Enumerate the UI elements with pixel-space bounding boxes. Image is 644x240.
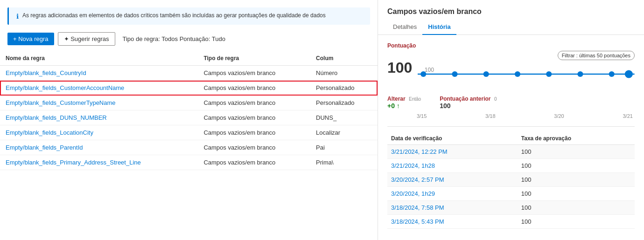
- col-header-ruletype: Tipo de regra: [198, 51, 310, 66]
- rule-col: Prima\: [310, 155, 378, 170]
- history-row: 3/21/2024, 1h28100: [387, 159, 635, 173]
- history-rate: 100: [518, 173, 635, 187]
- divider: [387, 126, 635, 127]
- filter-text: Tipo de regra: Todos Pontuação: Tudo: [123, 35, 225, 42]
- rule-type: Campos vazios/em branco: [198, 155, 310, 170]
- change-section: Alterar Então +0 ↑ Pontuação anterior 0 …: [387, 96, 635, 110]
- history-row: 3/20/2024, 1h29100: [387, 187, 635, 201]
- history-row: 3/20/2024, 2:57 PM100: [387, 173, 635, 187]
- rule-type: Campos vazios/em branco: [198, 81, 310, 96]
- zero-label: 0: [494, 96, 497, 102]
- table-row[interactable]: Empty/blank_fields_LocationCityCampos va…: [0, 125, 378, 140]
- svg-point-5: [546, 71, 552, 77]
- svg-point-7: [609, 71, 615, 77]
- svg-point-6: [578, 71, 583, 77]
- tabs-container: Detalhes História: [378, 20, 644, 35]
- svg-point-8: [625, 70, 633, 78]
- info-icon: ℹ: [16, 13, 19, 20]
- rule-col: Número: [310, 66, 378, 81]
- tab-history[interactable]: História: [422, 20, 456, 35]
- rule-type: Campos vazios/em branco: [198, 125, 310, 140]
- score-label: Pontuação: [387, 42, 635, 49]
- history-row: 3/18/2024, 7:58 PM100: [387, 201, 635, 215]
- history-row: 3/21/2024, 12:22 PM100: [387, 145, 635, 159]
- change-note: Então: [409, 96, 421, 102]
- rules-table: Nome da regra Tipo de regra Colum Empty/…: [0, 51, 378, 170]
- table-row[interactable]: Empty/blank_fields_DUNS_NUMBERCampos vaz…: [0, 110, 378, 125]
- svg-point-3: [483, 71, 489, 77]
- history-col-rate: Taxa de aprovação: [518, 132, 635, 145]
- history-rate: 100: [518, 145, 635, 159]
- table-row[interactable]: Empty/blank_fields_CustomerAccountNameCa…: [0, 81, 378, 96]
- table-row[interactable]: Empty/blank_fields_ParentIdCampos vazios…: [0, 140, 378, 155]
- history-rate: 100: [518, 215, 635, 229]
- svg-text:100: 100: [425, 67, 434, 73]
- rule-name: Empty/blank_fields_Primary_Address_Stree…: [0, 155, 198, 170]
- history-date: 3/20/2024, 2:57 PM: [387, 173, 518, 187]
- history-date: 3/18/2024, 5:43 PM: [387, 215, 518, 229]
- right-content: Pontuação Filtrar : últimas 50 pontuaçõe…: [378, 35, 644, 240]
- svg-point-4: [515, 71, 520, 77]
- col-header-col: Colum: [310, 51, 378, 66]
- rule-col: Personalizado: [310, 81, 378, 96]
- table-row[interactable]: Empty/blank_fields_Primary_Address_Stree…: [0, 155, 378, 170]
- prev-score-value: 100: [440, 102, 497, 110]
- rule-type: Campos vazios/em branco: [198, 96, 310, 110]
- score-value: 100: [387, 59, 412, 76]
- change-label: Alterar Então: [387, 96, 421, 102]
- score-section: Pontuação Filtrar : últimas 50 pontuaçõe…: [387, 42, 635, 88]
- table-row[interactable]: Empty/blank_fields_CustomerTypeNameCampo…: [0, 96, 378, 110]
- rule-col: Personalizado: [310, 96, 378, 110]
- prev-score-label: Pontuação anterior 0: [440, 96, 497, 102]
- date-labels: 3/15 3/18 3/20 3/21: [387, 113, 635, 119]
- table-row[interactable]: Empty/blank_fields_CountryIdCampos vazio…: [0, 66, 378, 81]
- svg-point-2: [452, 71, 458, 77]
- history-rate: 100: [518, 201, 635, 215]
- tab-details[interactable]: Detalhes: [387, 20, 422, 35]
- history-rate: 100: [518, 187, 635, 201]
- suggest-rules-button[interactable]: ✦ Sugerir regras: [58, 32, 115, 46]
- new-rule-button[interactable]: + Nova regra: [7, 33, 54, 45]
- col-header-name: Nome da regra: [0, 51, 198, 66]
- info-banner-text: As regras adicionadas em elementos de da…: [22, 12, 326, 19]
- history-col-date: Data de verificação: [387, 132, 518, 145]
- history-date: 3/20/2024, 1h29: [387, 187, 518, 201]
- info-banner: ℹ As regras adicionadas em elementos de …: [7, 7, 370, 25]
- right-panel: Campos vazios/em branco Detalhes Históri…: [378, 0, 644, 240]
- rule-name: Empty/blank_fields_CustomerTypeName: [0, 96, 198, 110]
- change-value: +0 ↑: [387, 102, 421, 110]
- rule-type: Campos vazios/em branco: [198, 140, 310, 155]
- chart-filter-button[interactable]: Filtrar : últimas 50 pontuações: [558, 51, 635, 60]
- rule-type: Campos vazios/em branco: [198, 66, 310, 81]
- rule-name: Empty/blank_fields_LocationCity: [0, 125, 198, 140]
- rule-type: Campos vazios/em branco: [198, 110, 310, 125]
- panel-title: Campos vazios/em branco: [378, 0, 644, 20]
- rule-name: Empty/blank_fields_ParentId: [0, 140, 198, 155]
- rule-col: Pai: [310, 140, 378, 155]
- score-chart: 100: [418, 60, 635, 88]
- history-date: 3/21/2024, 12:22 PM: [387, 145, 518, 159]
- rules-table-container: Nome da regra Tipo de regra Colum Empty/…: [0, 51, 378, 240]
- history-rate: 100: [518, 159, 635, 173]
- rule-name: Empty/blank_fields_CountryId: [0, 66, 198, 81]
- left-panel: ℹ As regras adicionadas em elementos de …: [0, 0, 378, 240]
- history-date: 3/18/2024, 7:58 PM: [387, 201, 518, 215]
- toolbar: + Nova regra ✦ Sugerir regras Tipo de re…: [0, 28, 378, 51]
- history-table: Data de verificação Taxa de aprovação 3/…: [387, 132, 635, 229]
- rule-col: DUNS_: [310, 110, 378, 125]
- chart-area: Filtrar : últimas 50 pontuações 100: [387, 51, 635, 88]
- history-row: 3/18/2024, 5:43 PM100: [387, 215, 635, 229]
- rule-name: Empty/blank_fields_DUNS_NUMBER: [0, 110, 198, 125]
- history-date: 3/21/2024, 1h28: [387, 159, 518, 173]
- rule-col: Localizar: [310, 125, 378, 140]
- rule-name: Empty/blank_fields_CustomerAccountName: [0, 81, 198, 96]
